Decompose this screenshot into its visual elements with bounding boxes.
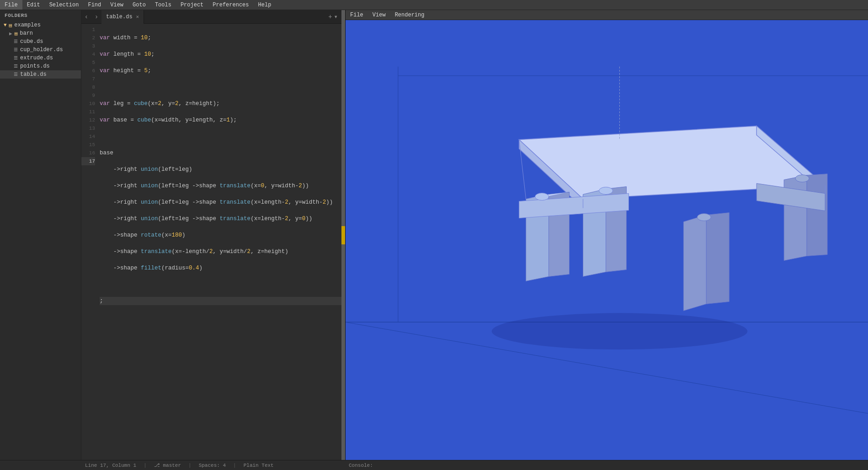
status-divider-1: | (144, 463, 147, 468)
bottom-right-status: Console: (345, 460, 868, 470)
line-num-17: 17 (81, 157, 95, 165)
console-label: Console: (349, 463, 373, 468)
add-tab-button[interactable]: + (328, 13, 332, 21)
svg-marker-14 (706, 213, 729, 304)
menu-edit[interactable]: Edit (22, 0, 45, 10)
file-icon: ☰ (14, 39, 18, 44)
sidebar-header: FOLDERS (0, 10, 81, 21)
editor-panel: ‹ › table.ds ✕ + ▾ 1 2 3 4 (81, 10, 341, 460)
tab-menu-button[interactable]: ▾ (334, 13, 338, 21)
menu-selection[interactable]: Selection (45, 0, 84, 10)
svg-point-19 (535, 193, 549, 201)
svg-marker-13 (683, 215, 706, 311)
line-num-4: 4 (81, 50, 95, 58)
code-line-8: base (100, 149, 341, 157)
bottom-sidebar-space (0, 460, 81, 470)
menu-file[interactable]: File (0, 0, 22, 10)
code-line-1: var width = 10; (100, 34, 341, 42)
code-editor[interactable]: var width = 10; var length = 10; var hei… (98, 24, 341, 460)
tab-label: table.ds (106, 14, 133, 20)
code-line-16 (100, 280, 341, 289)
folder-open-icon: ▤ (9, 22, 12, 28)
line-num-7: 7 (81, 75, 95, 83)
code-line-6: var base = cube(x=width, y=length, z=1); (100, 116, 341, 124)
sidebar-item-examples[interactable]: ▼ ▤ examples (0, 21, 81, 29)
code-line-7 (100, 132, 341, 141)
menu-preferences[interactable]: Preferences (208, 0, 253, 10)
line-num-12: 12 (81, 116, 95, 124)
view-menu-file[interactable]: File (346, 10, 368, 20)
sidebar-item-extrude[interactable]: ☰ extrude.ds (0, 54, 81, 62)
file-label: table.ds (20, 71, 47, 78)
bottom-strip-space (341, 460, 345, 470)
code-line-11: ->right union(left=leg ->shape translate… (100, 198, 341, 206)
line-num-16: 16 (81, 149, 95, 157)
line-num-11: 11 (81, 108, 95, 116)
menu-help[interactable]: Help (254, 0, 276, 10)
folder-label: examples (14, 22, 41, 28)
file-label: extrude.ds (20, 55, 53, 61)
status-divider-2: | (188, 463, 192, 468)
code-area[interactable]: 1 2 3 4 5 6 7 8 9 10 11 12 13 14 15 16 1 (81, 24, 341, 460)
side-indicator-strip (341, 10, 345, 460)
line-num-6: 6 (81, 67, 95, 75)
line-num-15: 15 (81, 141, 95, 149)
nav-forward-button[interactable]: › (91, 10, 101, 24)
chevron-right-icon: ▶ (9, 31, 12, 37)
status-divider-3: | (233, 463, 236, 468)
line-num-14: 14 (81, 132, 95, 141)
file-icon: ☰ (14, 55, 18, 61)
svg-point-23 (492, 313, 748, 349)
code-line-5: var leg = cube(x=2, y=2, z=height); (100, 100, 341, 108)
tab-close-button[interactable]: ✕ (136, 14, 139, 20)
line-num-8: 8 (81, 83, 95, 91)
git-branch: ⎇ master (154, 462, 181, 468)
sidebar-item-cube[interactable]: ☰ cube.ds (0, 37, 81, 46)
view-menu-rendering[interactable]: Rendering (390, 10, 429, 20)
file-icon: ☰ (14, 63, 18, 69)
nav-back-button[interactable]: ‹ (81, 10, 91, 24)
svg-point-21 (697, 214, 711, 221)
sidebar: FOLDERS ▼ ▤ examples ▶ ▤ barn ☰ cube.ds … (0, 10, 81, 460)
line-num-9: 9 (81, 91, 95, 100)
menu-tools[interactable]: Tools (150, 0, 176, 10)
code-line-13: ->shape rotate(x=180) (100, 231, 341, 239)
chevron-down-icon: ▼ (4, 22, 7, 28)
code-line-3: var height = 5; (100, 67, 341, 75)
file-icon: ☰ (14, 72, 18, 77)
line-numbers: 1 2 3 4 5 6 7 8 9 10 11 12 13 14 15 16 1 (81, 24, 98, 460)
sidebar-item-points[interactable]: ☰ points.ds (0, 62, 81, 70)
line-num-3: 3 (81, 42, 95, 50)
line-num-13: 13 (81, 124, 95, 132)
folder-label: barn (20, 30, 33, 37)
menu-find[interactable]: Find (83, 0, 106, 10)
file-label: cup_holder.ds (20, 47, 63, 53)
file-label: points.ds (20, 63, 50, 69)
menu-view[interactable]: View (106, 0, 128, 10)
view-menu-bar: File View Rendering (346, 10, 868, 20)
right-panel: File View Rendering (345, 10, 868, 460)
code-line-10: ->right union(left=leg ->shape translate… (100, 182, 341, 190)
code-line-12: ->right union(left=leg ->shape translate… (100, 215, 341, 223)
cursor-position: Line 17, Column 1 (85, 463, 136, 468)
line-num-1: 1 (81, 26, 95, 34)
code-line-15: ->shape fillet(radius=0.4) (100, 264, 341, 272)
3d-viewport[interactable] (346, 20, 868, 460)
editor-mode: Plain Text (244, 463, 274, 468)
code-line-14: ->shape translate(x=-length/2, y=width/2… (100, 248, 341, 256)
code-line-9: ->right union(left=leg) (100, 165, 341, 174)
menu-goto[interactable]: Goto (128, 0, 150, 10)
editor-tab-table[interactable]: table.ds ✕ (101, 10, 144, 24)
file-icon: ☰ (14, 47, 18, 53)
svg-point-20 (599, 187, 613, 195)
code-line-17: ; (100, 297, 341, 305)
editor-tab-bar: ‹ › table.ds ✕ + ▾ (81, 10, 341, 24)
sidebar-item-barn[interactable]: ▶ ▤ barn (0, 29, 81, 37)
sidebar-item-cup-holder[interactable]: ☰ cup_holder.ds (0, 46, 81, 54)
bottom-left: Line 17, Column 1 | ⎇ master | Spaces: 4… (0, 460, 345, 470)
menu-project[interactable]: Project (176, 0, 208, 10)
code-line-4 (100, 83, 341, 91)
editor-status-bar: Line 17, Column 1 | ⎇ master | Spaces: 4… (81, 460, 341, 470)
view-menu-view[interactable]: View (368, 10, 390, 20)
sidebar-item-table[interactable]: ☰ table.ds (0, 70, 81, 79)
